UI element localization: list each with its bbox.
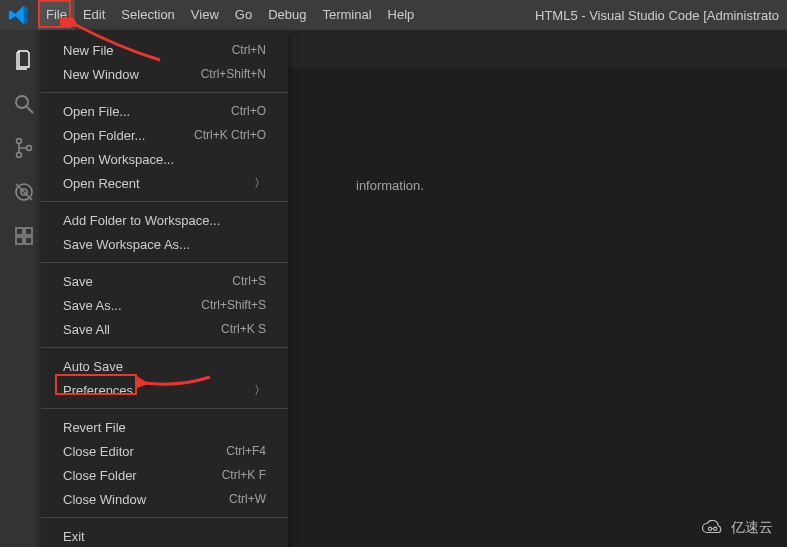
menu-item-label: Save Workspace As...: [63, 237, 266, 252]
menubar: File Edit Selection View Go Debug Termin…: [0, 0, 787, 30]
menu-new-window[interactable]: New Window Ctrl+Shift+N: [41, 62, 288, 86]
chevron-right-icon: 〉: [254, 382, 266, 399]
menu-help[interactable]: Help: [380, 0, 423, 30]
menu-debug[interactable]: Debug: [260, 0, 314, 30]
menu-save-all[interactable]: Save All Ctrl+K S: [41, 317, 288, 341]
menu-item-label: Open Recent: [63, 176, 246, 191]
menu-close-editor[interactable]: Close Editor Ctrl+F4: [41, 439, 288, 463]
menu-item-label: Save All: [63, 322, 221, 337]
menu-item-shortcut: Ctrl+Shift+N: [201, 67, 266, 81]
menu-file[interactable]: File: [38, 0, 75, 30]
svg-rect-10: [25, 228, 32, 235]
svg-point-4: [27, 146, 32, 151]
menu-item-shortcut: Ctrl+W: [229, 492, 266, 506]
menu-save-as[interactable]: Save As... Ctrl+Shift+S: [41, 293, 288, 317]
menu-item-label: Save: [63, 274, 232, 289]
menu-selection[interactable]: Selection: [113, 0, 182, 30]
menu-auto-save[interactable]: Auto Save: [41, 354, 288, 378]
menu-item-shortcut: Ctrl+S: [232, 274, 266, 288]
menu-open-workspace[interactable]: Open Workspace...: [41, 147, 288, 171]
menu-exit[interactable]: Exit: [41, 524, 288, 547]
menu-item-label: New Window: [63, 67, 201, 82]
menu-save[interactable]: Save Ctrl+S: [41, 269, 288, 293]
menu-preferences[interactable]: Preferences 〉: [41, 378, 288, 402]
menu-close-window[interactable]: Close Window Ctrl+W: [41, 487, 288, 511]
menu-item-shortcut: Ctrl+Shift+S: [201, 298, 266, 312]
vscode-logo-icon: [8, 4, 30, 26]
window-title: HTML5 - Visual Studio Code [Administrato: [422, 8, 787, 23]
svg-rect-8: [16, 237, 23, 244]
svg-point-2: [17, 139, 22, 144]
svg-line-1: [27, 107, 33, 113]
panel-text: information.: [356, 178, 424, 193]
chevron-right-icon: 〉: [254, 175, 266, 192]
menu-item-label: Open File...: [63, 104, 231, 119]
menu-new-file[interactable]: New File Ctrl+N: [41, 38, 288, 62]
menu-separator: [41, 201, 288, 202]
watermark-text: 亿速云: [731, 519, 773, 537]
menu-open-folder[interactable]: Open Folder... Ctrl+K Ctrl+O: [41, 123, 288, 147]
menu-item-shortcut: Ctrl+K F: [222, 468, 266, 482]
menu-item-label: Open Folder...: [63, 128, 194, 143]
menu-add-folder-workspace[interactable]: Add Folder to Workspace...: [41, 208, 288, 232]
menu-item-label: Auto Save: [63, 359, 266, 374]
svg-point-3: [17, 153, 22, 158]
svg-point-11: [708, 527, 711, 530]
watermark-cloud-icon: [701, 520, 725, 536]
menu-go[interactable]: Go: [227, 0, 260, 30]
svg-rect-7: [16, 228, 23, 235]
menu-separator: [41, 92, 288, 93]
menu-item-label: Open Workspace...: [63, 152, 266, 167]
menu-item-shortcut: Ctrl+K Ctrl+O: [194, 128, 266, 142]
menu-item-label: Save As...: [63, 298, 201, 313]
menu-item-label: New File: [63, 43, 232, 58]
menu-item-label: Close Editor: [63, 444, 226, 459]
menu-view[interactable]: View: [183, 0, 227, 30]
svg-point-0: [16, 96, 28, 108]
menu-item-label: Add Folder to Workspace...: [63, 213, 266, 228]
menu-separator: [41, 408, 288, 409]
menu-close-folder[interactable]: Close Folder Ctrl+K F: [41, 463, 288, 487]
svg-point-12: [714, 527, 717, 530]
menu-terminal[interactable]: Terminal: [314, 0, 379, 30]
menu-item-label: Close Window: [63, 492, 229, 507]
menu-item-shortcut: Ctrl+N: [232, 43, 266, 57]
menu-item-label: Revert File: [63, 420, 266, 435]
menu-item-label: Close Folder: [63, 468, 222, 483]
menu-item-label: Preferences: [63, 383, 246, 398]
menu-open-recent[interactable]: Open Recent 〉: [41, 171, 288, 195]
menu-item-shortcut: Ctrl+F4: [226, 444, 266, 458]
menu-item-label: Exit: [63, 529, 266, 544]
menu-edit[interactable]: Edit: [75, 0, 113, 30]
menu-save-workspace-as[interactable]: Save Workspace As...: [41, 232, 288, 256]
file-menu-dropdown: New File Ctrl+N New Window Ctrl+Shift+N …: [41, 30, 288, 547]
menu-item-shortcut: Ctrl+O: [231, 104, 266, 118]
menu-separator: [41, 262, 288, 263]
menu-revert-file[interactable]: Revert File: [41, 415, 288, 439]
menu-item-shortcut: Ctrl+K S: [221, 322, 266, 336]
svg-rect-9: [25, 237, 32, 244]
menu-open-file[interactable]: Open File... Ctrl+O: [41, 99, 288, 123]
menu-separator: [41, 347, 288, 348]
menu-separator: [41, 517, 288, 518]
watermark: 亿速云: [701, 519, 773, 537]
